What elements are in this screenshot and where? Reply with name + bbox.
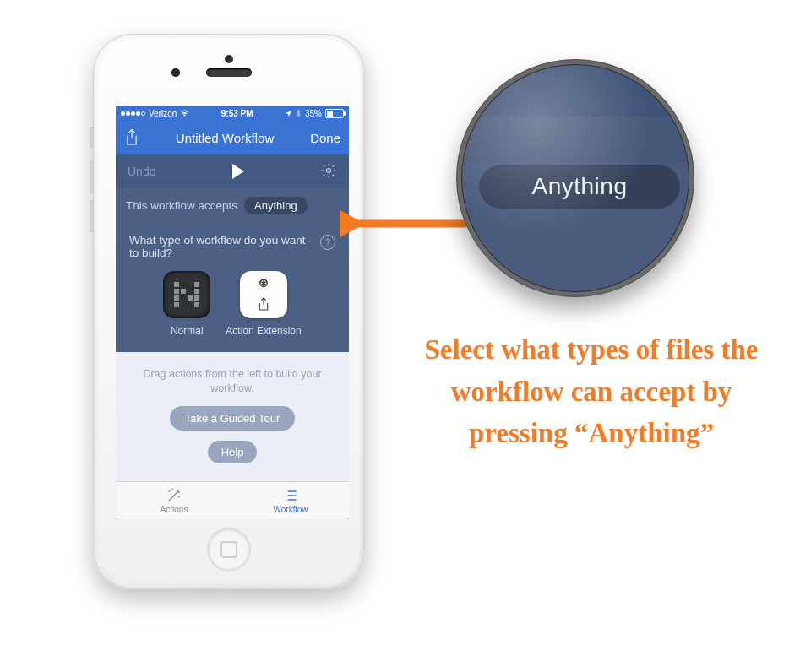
nav-bar: Untitled Workflow Done xyxy=(116,121,349,154)
bottom-tab-bar: Actions Workflow xyxy=(116,481,349,519)
carrier-label: Verizon xyxy=(149,109,177,118)
bluetooth-icon xyxy=(296,109,302,117)
instruction-caption: Select what types of files the workflow … xyxy=(422,329,760,455)
help-button[interactable]: Help xyxy=(208,441,258,463)
normal-tile-icon xyxy=(163,271,210,318)
workflow-type-action-extension[interactable]: Action Extension xyxy=(226,271,301,337)
tab-actions[interactable]: Actions xyxy=(116,482,232,519)
svg-point-0 xyxy=(327,168,331,172)
front-camera xyxy=(171,68,180,77)
location-icon xyxy=(285,110,292,117)
tab-workflow[interactable]: Workflow xyxy=(232,482,349,519)
accepts-value-pill[interactable]: Anything xyxy=(244,197,308,214)
drag-actions-area: Drag actions from the left to build your… xyxy=(116,352,349,481)
home-button[interactable] xyxy=(207,528,251,572)
list-icon xyxy=(281,487,300,504)
signal-strength-icon xyxy=(121,111,145,116)
volume-up-button xyxy=(90,161,94,193)
done-button[interactable]: Done xyxy=(310,131,340,145)
settings-button[interactable] xyxy=(320,162,337,182)
iphone-device-frame: Verizon 9:53 PM 35% xyxy=(93,34,365,589)
share-button[interactable] xyxy=(124,128,139,147)
workflow-type-normal[interactable]: Normal xyxy=(163,271,210,337)
proximity-sensor xyxy=(225,55,233,63)
phone-inner-shell: Verizon 9:53 PM 35% xyxy=(97,38,361,585)
phone-screen: Verizon 9:53 PM 35% xyxy=(116,106,349,519)
workflow-toolbar: Undo xyxy=(116,154,349,188)
magnifier-pill: Anything xyxy=(479,165,680,209)
volume-down-button xyxy=(90,200,94,232)
action-extension-tile-label: Action Extension xyxy=(226,325,301,337)
tab-workflow-label: Workflow xyxy=(274,505,308,514)
normal-tile-label: Normal xyxy=(171,325,204,337)
mute-switch xyxy=(90,127,94,148)
action-extension-tile-icon xyxy=(240,271,287,318)
battery-icon xyxy=(325,109,344,118)
info-icon[interactable]: ? xyxy=(320,235,335,250)
status-bar: Verizon 9:53 PM 35% xyxy=(116,106,349,121)
tab-actions-label: Actions xyxy=(161,505,188,514)
magnifier-callout: Anything xyxy=(456,59,694,297)
undo-button[interactable]: Undo xyxy=(128,165,155,178)
wifi-icon xyxy=(180,110,189,117)
accepts-row: This workflow accepts Anything xyxy=(116,188,349,222)
page-title: Untitled Workflow xyxy=(176,131,274,145)
guided-tour-button[interactable]: Take a Guided Tour xyxy=(170,406,296,431)
status-time: 9:53 PM xyxy=(189,109,285,118)
play-button[interactable] xyxy=(232,164,244,179)
earpiece-speaker xyxy=(206,68,252,77)
accepts-label: This workflow accepts xyxy=(126,199,237,212)
battery-pct: 35% xyxy=(305,109,322,118)
drag-hint-text: Drag actions from the left to build your… xyxy=(136,367,329,396)
workflow-type-question: What type of workflow do you want to bui… xyxy=(129,234,315,259)
wand-icon xyxy=(165,487,183,504)
workflow-type-panel: What type of workflow do you want to bui… xyxy=(116,222,349,352)
